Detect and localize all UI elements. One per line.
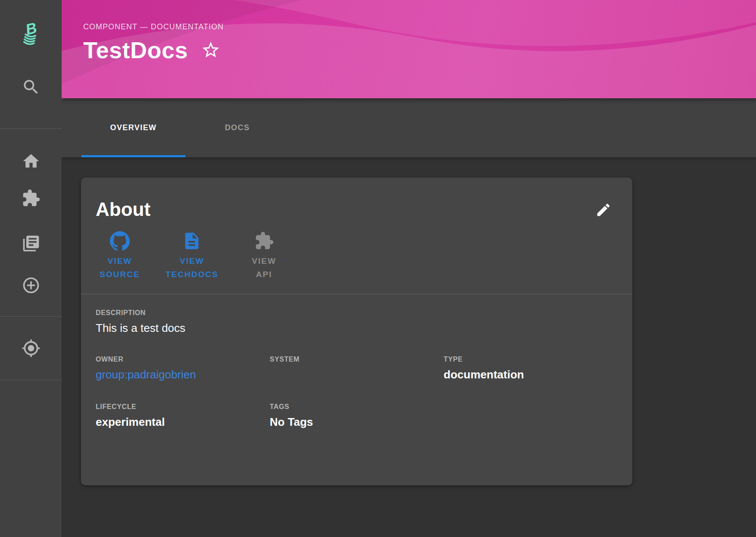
sidebar-divider (0, 128, 62, 129)
about-card-title: About (96, 200, 150, 219)
owner-link[interactable]: group:padraigobrien (96, 368, 270, 382)
tab-docs[interactable]: DOCS (185, 98, 289, 157)
page-title: TestDocs (83, 38, 188, 62)
about-card: About VIEW SOURCE VIEW (81, 178, 632, 485)
field-value: No Tags (270, 415, 444, 430)
field-value (270, 368, 444, 382)
sidebar-divider (0, 380, 62, 380)
view-api-link: VIEW API (240, 231, 288, 281)
field-type: TYPE documentation (444, 356, 618, 382)
create-add-circle-icon[interactable] (22, 276, 41, 295)
about-card-actions: VIEW SOURCE VIEW TECHDOCS VIEW (81, 220, 632, 281)
tab-overview[interactable]: OVERVIEW (81, 98, 185, 157)
view-techdocs-link[interactable]: VIEW TECHDOCS (166, 231, 219, 281)
field-description: DESCRIPTION This is a test docs (96, 309, 618, 336)
field-value: This is a test docs (96, 321, 618, 336)
sidebar: B (0, 0, 62, 537)
field-tags: TAGS No Tags (270, 403, 444, 430)
entity-page-header: COMPONENT — DOCUMENTATION TestDocs (62, 0, 756, 98)
search-icon[interactable] (22, 78, 41, 97)
view-source-link[interactable]: VIEW SOURCE (96, 231, 144, 281)
edit-pencil-icon[interactable] (594, 200, 613, 220)
view-techdocs-label: VIEW TECHDOCS (166, 254, 219, 281)
view-api-label: VIEW API (252, 254, 276, 281)
field-owner: OWNER group:padraigobrien (96, 356, 270, 382)
field-lifecycle: LIFECYCLE experimental (96, 403, 270, 430)
github-icon (110, 231, 130, 251)
field-label: SYSTEM (270, 356, 444, 363)
favorite-star-icon[interactable] (201, 40, 221, 60)
field-value: experimental (96, 415, 270, 430)
field-label: LIFECYCLE (96, 403, 270, 411)
view-source-label: VIEW SOURCE (100, 254, 140, 281)
extensions-puzzle-icon[interactable] (22, 189, 41, 208)
sidebar-divider (0, 316, 62, 317)
field-label: OWNER (96, 356, 270, 363)
entity-tabs: OVERVIEW DOCS (62, 98, 756, 157)
content-area: About VIEW SOURCE VIEW (62, 157, 756, 537)
document-icon (182, 231, 202, 251)
field-value: documentation (444, 368, 618, 382)
field-label: TAGS (270, 403, 444, 411)
backstage-logo[interactable]: B (19, 20, 43, 46)
extension-puzzle-icon (254, 231, 274, 251)
locate-target-icon[interactable] (22, 339, 41, 358)
home-icon[interactable] (22, 152, 41, 171)
field-label: TYPE (444, 356, 618, 363)
breadcrumb-eyebrow: COMPONENT — DOCUMENTATION (83, 22, 756, 31)
field-empty (444, 403, 618, 430)
field-system: SYSTEM (270, 356, 444, 382)
field-label: DESCRIPTION (96, 309, 618, 317)
docs-library-icon[interactable] (22, 234, 41, 253)
